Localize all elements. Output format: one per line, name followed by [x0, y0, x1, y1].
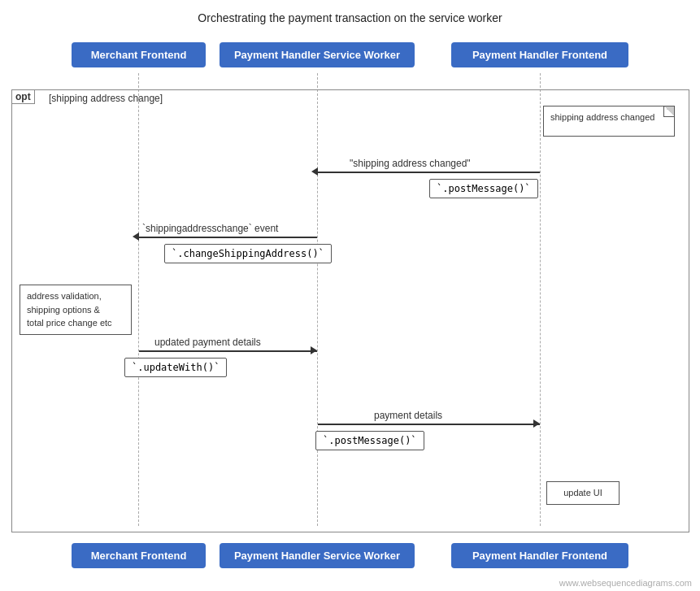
msg-shipping-changed: "shipping address changed": [350, 158, 471, 169]
participant-sw-top: Payment Handler Service Worker: [220, 42, 415, 67]
opt-condition: [shipping address change]: [49, 93, 163, 104]
method-postmessage-1: `.postMessage()`: [429, 179, 538, 198]
method-changeshipping: `.changeShippingAddress()`: [164, 244, 332, 263]
note-shipping-address-changed: shipping address changed: [543, 106, 675, 137]
msg-updated-payment: updated payment details: [154, 337, 261, 348]
arrow-shippingaddresschange-head: [133, 232, 139, 241]
note-update-ui: update UI: [546, 481, 620, 505]
participant-sw-bottom: Payment Handler Service Worker: [220, 543, 415, 568]
diagram-container: Orchestrating the payment transaction on…: [0, 0, 700, 591]
arrow-updated-payment-head: [311, 346, 317, 354]
method-updatewith: `.updateWith()`: [124, 358, 227, 377]
arrow-shipping-changed: [318, 172, 540, 173]
note-address-validation: address validation,shipping options &tot…: [20, 285, 132, 335]
participant-merchant-top: Merchant Frontend: [72, 42, 206, 67]
msg-payment-details: payment details: [374, 410, 442, 421]
participant-frontend-top: Payment Handler Frontend: [451, 42, 628, 67]
participant-frontend-bottom: Payment Handler Frontend: [451, 543, 628, 568]
diagram-title: Orchestrating the payment transaction on…: [0, 0, 700, 33]
arrow-payment-details-head: [533, 419, 540, 428]
arrow-shippingaddresschange: [139, 237, 317, 238]
method-postmessage-2: `.postMessage()`: [315, 431, 424, 450]
arrow-payment-details: [318, 424, 540, 425]
arrow-updated-payment: [139, 350, 317, 352]
arrow-shipping-changed-head: [311, 167, 318, 176]
participant-merchant-bottom: Merchant Frontend: [72, 543, 206, 568]
opt-label: opt: [11, 89, 35, 104]
watermark: www.websequencediagrams.com: [559, 578, 692, 588]
msg-shippingaddresschange: `shippingaddresschange` event: [142, 223, 278, 234]
